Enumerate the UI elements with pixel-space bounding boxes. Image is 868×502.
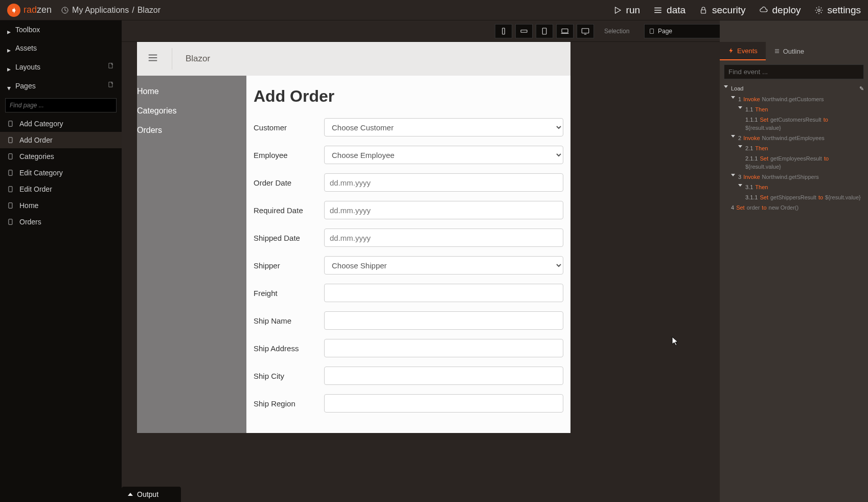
header-actions: run data security deploy settings xyxy=(613,5,861,16)
preview-header: Blazor xyxy=(137,42,570,76)
event-set[interactable]: 3.1.1 Set getShippersResult to ${result.… xyxy=(724,192,864,202)
event-set[interactable]: 1.1.1 Set getCustomersResult to ${result… xyxy=(724,115,864,133)
events-panel-body: Load ✎ 1 Invoke Northwind.getCustomers1.… xyxy=(720,60,868,217)
event-invoke[interactable]: 3 Invoke Northwind.getShippers xyxy=(724,172,864,182)
event-search-input[interactable] xyxy=(724,64,864,79)
form-select[interactable]: Choose Customer xyxy=(324,118,563,136)
breadcrumb-root[interactable]: My Applications xyxy=(72,6,129,15)
hamburger-icon[interactable] xyxy=(147,52,158,65)
form-label: Ship Name xyxy=(254,316,324,325)
form-input[interactable] xyxy=(324,394,563,413)
output-toggle[interactable]: Output xyxy=(122,487,181,502)
edit-icon[interactable]: ✎ xyxy=(859,85,864,92)
form-select[interactable]: Choose Shipper xyxy=(324,256,563,275)
form-row: Ship Region xyxy=(254,394,563,413)
form-select[interactable]: Choose Employee xyxy=(324,146,563,164)
sidebar-pages[interactable]: ▾Pages xyxy=(0,76,122,95)
svg-point-2 xyxy=(817,9,820,11)
page-item[interactable]: Home xyxy=(0,197,122,214)
form-label: Required Date xyxy=(254,206,324,215)
data-button[interactable]: data xyxy=(653,5,686,16)
page-icon xyxy=(7,120,14,128)
app-header: ➧ radzen My Applications / Blazor run da… xyxy=(0,0,868,20)
page-item[interactable]: Edit Category xyxy=(0,165,122,181)
form-row: EmployeeChoose Employee xyxy=(254,146,563,164)
tab-events[interactable]: Events xyxy=(720,42,766,60)
device-tablet-button[interactable] xyxy=(536,24,553,38)
device-mobile-land-button[interactable] xyxy=(515,24,533,38)
device-mobile-button[interactable] xyxy=(495,24,512,38)
form-label: Freight xyxy=(254,289,324,298)
form-row: Shipped Date xyxy=(254,229,563,247)
svg-rect-5 xyxy=(542,28,546,34)
form-row: Freight xyxy=(254,284,563,302)
sidebar-layouts[interactable]: ▸Layouts xyxy=(0,57,122,76)
event-then[interactable]: 3.1 Then xyxy=(724,182,864,192)
event-set[interactable]: 2.1.1 Set getEmployeesResult to ${result… xyxy=(724,153,864,172)
preview-app-title: Blazor xyxy=(186,54,210,64)
form-label: Shipped Date xyxy=(254,234,324,242)
chevron-down-icon: ▾ xyxy=(7,84,11,88)
page-icon xyxy=(7,185,14,193)
form-input[interactable] xyxy=(324,229,563,247)
page-icon xyxy=(7,152,14,161)
page-item[interactable]: Categories xyxy=(0,148,122,165)
event-then[interactable]: 2.1 Then xyxy=(724,143,864,153)
form-input[interactable] xyxy=(324,284,563,302)
form-row: Order Date xyxy=(254,173,563,192)
svg-rect-4 xyxy=(521,30,527,32)
form-input[interactable] xyxy=(324,173,563,192)
add-page-icon[interactable] xyxy=(107,81,115,90)
event-invoke[interactable]: 1 Invoke Northwind.getCustomers xyxy=(724,94,864,104)
device-laptop-button[interactable] xyxy=(556,24,574,38)
page-icon xyxy=(7,169,14,177)
tab-outline[interactable]: Outline xyxy=(766,42,812,60)
form-title: Add Order xyxy=(254,87,563,106)
form-label: Shipper xyxy=(254,261,324,270)
form-label: Ship Address xyxy=(254,344,324,353)
preview-nav-item[interactable]: Categories xyxy=(137,101,246,121)
sidebar-toolbox[interactable]: ▸Toolbox xyxy=(0,20,122,39)
page-item[interactable]: Add Category xyxy=(0,116,122,132)
add-layout-icon[interactable] xyxy=(107,62,115,71)
sidebar-assets[interactable]: ▸Assets xyxy=(0,39,122,57)
cloud-icon xyxy=(759,6,768,15)
outline-icon xyxy=(774,48,780,54)
brand-text: radzen xyxy=(24,5,52,15)
svg-rect-10 xyxy=(109,82,112,87)
page-icon xyxy=(649,28,655,34)
settings-button[interactable]: settings xyxy=(814,5,861,16)
form-input[interactable] xyxy=(324,367,563,385)
preview-nav-item[interactable]: Home xyxy=(137,82,246,101)
form-input[interactable] xyxy=(324,201,563,219)
event-invoke[interactable]: 2 Invoke Northwind.getEmployees xyxy=(724,133,864,143)
page-search-input[interactable] xyxy=(5,98,117,112)
page-icon xyxy=(7,201,14,210)
breadcrumb[interactable]: My Applications / Blazor xyxy=(61,6,161,15)
page-list: Add CategoryAdd OrderCategoriesEdit Cate… xyxy=(0,116,122,230)
breadcrumb-sep: / xyxy=(132,6,134,15)
form-label: Ship Region xyxy=(254,399,324,408)
page-item[interactable]: Add Order xyxy=(0,132,122,148)
page-item[interactable]: Orders xyxy=(0,214,122,230)
event-then[interactable]: 1.1 Then xyxy=(724,104,864,115)
page-search[interactable] xyxy=(5,98,117,112)
form-input[interactable] xyxy=(324,339,563,357)
chevron-up-icon xyxy=(128,493,133,496)
device-desktop-button[interactable] xyxy=(577,24,594,38)
caret-down-icon xyxy=(724,85,728,88)
chevron-right-icon: ▸ xyxy=(7,65,11,69)
svg-rect-12 xyxy=(9,138,12,143)
form-label: Customer xyxy=(254,123,324,132)
form-input[interactable] xyxy=(324,311,563,330)
security-button[interactable]: security xyxy=(699,5,745,16)
preview-nav-item[interactable]: Orders xyxy=(137,121,246,140)
event-set[interactable]: 4 Set order to new Order() xyxy=(724,202,864,213)
run-button[interactable]: run xyxy=(613,5,640,16)
event-load[interactable]: Load ✎ xyxy=(724,83,864,94)
right-panel: Events Outline Load ✎ 1 Invoke Northwind… xyxy=(720,20,868,502)
page-item[interactable]: Edit Order xyxy=(0,181,122,197)
breadcrumb-current[interactable]: Blazor xyxy=(138,6,161,15)
deploy-button[interactable]: deploy xyxy=(759,5,801,16)
svg-rect-16 xyxy=(9,203,12,209)
